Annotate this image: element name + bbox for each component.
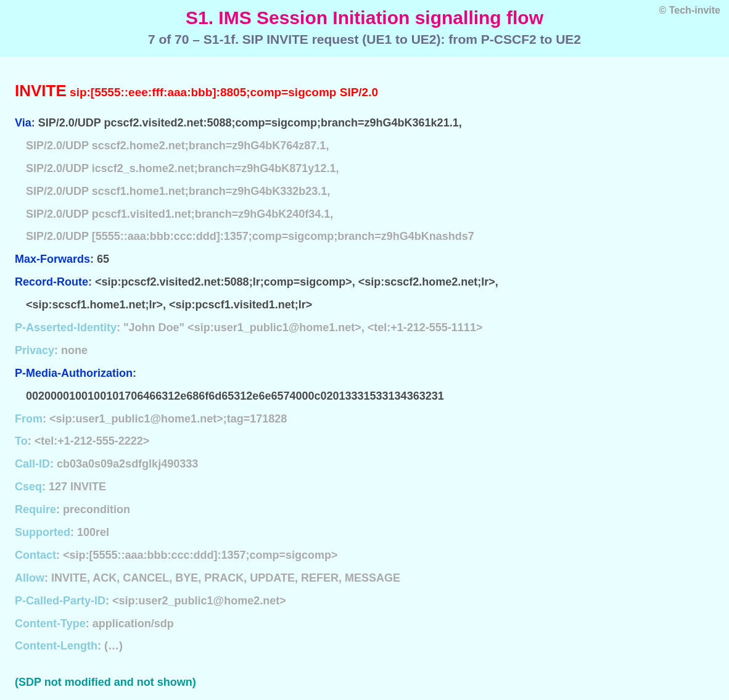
sip-header-line: Via: SIP/2.0/UDP pcscf2.visited2.net:508… bbox=[15, 112, 714, 134]
sip-header-name: Cseq bbox=[15, 480, 42, 493]
sip-header-value: <sip:user2_public1@home2.net> bbox=[112, 595, 286, 607]
sip-header-name: Call-ID bbox=[15, 458, 50, 470]
sip-header-continuation: SIP/2.0/UDP scscf2.home2.net;branch=z9hG… bbox=[15, 134, 714, 157]
sip-header-name: Require bbox=[15, 503, 56, 516]
sip-header-continuation: <sip:scscf1.home1.net;lr>, <sip:pcscf1.v… bbox=[15, 294, 714, 316]
sip-header-cont-value: SIP/2.0/UDP [5555::aaa:bbb:ccc:ddd]:1357… bbox=[26, 230, 474, 242]
page-subtitle: 7 of 70 – S1-1f. SIP INVITE request (UE1… bbox=[12, 32, 717, 47]
sip-header-line: Content-Type: application/sdp bbox=[15, 612, 714, 635]
sip-header-name: P-Called-Party-ID bbox=[15, 595, 105, 607]
sip-header-line: Call-ID: cb03a0s09a2sdfglkj490333 bbox=[15, 453, 714, 476]
sip-header-value: "John Doe" <sip:user1_public1@home1.net>… bbox=[123, 321, 482, 334]
sip-header-cont-value: 0020000100100101706466312e686f6d65312e6e… bbox=[26, 390, 444, 402]
sip-header-name: Content-Type bbox=[15, 617, 86, 630]
sip-header-value: 127 INVITE bbox=[49, 480, 106, 493]
sip-header-line: Max-Forwards: 65 bbox=[15, 248, 714, 271]
sip-header-name: Supported bbox=[15, 526, 70, 538]
sip-header-value: 100rel bbox=[77, 526, 109, 538]
sip-header-value: <sip:[5555::aaa:bbb:ccc:ddd]:1357;comp=s… bbox=[63, 549, 338, 561]
sip-header-name: Content-Length bbox=[15, 640, 97, 652]
sip-header-line: Privacy: none bbox=[15, 339, 714, 362]
sip-header-value: (…) bbox=[104, 640, 123, 652]
sip-header-cont-value: SIP/2.0/UDP scscf1.home1.net;branch=z9hG… bbox=[26, 185, 330, 197]
sip-header-line: Record-Route: <sip:pcscf2.visited2.net:5… bbox=[15, 271, 714, 294]
sip-request-line: INVITE sip:[5555::eee:fff:aaa:bbb]:8805;… bbox=[15, 81, 714, 101]
sip-request-uri: sip:[5555::eee:fff:aaa:bbb]:8805;comp=si… bbox=[67, 86, 378, 99]
sip-header-line: Supported: 100rel bbox=[15, 521, 714, 544]
sip-header-line: Contact: <sip:[5555::aaa:bbb:ccc:ddd]:13… bbox=[15, 544, 714, 567]
sip-header-name: P-Media-Authorization bbox=[15, 367, 133, 379]
sip-header-line: Cseq: 127 INVITE bbox=[15, 476, 714, 498]
sip-header-line: P-Called-Party-ID: <sip:user2_public1@ho… bbox=[15, 590, 714, 612]
sip-header-name: Max-Forwards bbox=[15, 253, 90, 265]
sip-method: INVITE bbox=[15, 81, 67, 100]
sip-header-line: Content-Length: (…) bbox=[15, 635, 714, 657]
sip-header-value: 65 bbox=[97, 253, 109, 265]
sip-header-name: To bbox=[15, 435, 28, 447]
sip-header-line: To: <tel:+1-212-555-2222> bbox=[15, 430, 714, 453]
sip-header-line: From: <sip:user1_public1@home1.net>;tag=… bbox=[15, 408, 714, 430]
sip-header-line: P-Media-Authorization: bbox=[15, 362, 714, 385]
sip-header-line: P-Asserted-Identity: "John Doe" <sip:use… bbox=[15, 316, 714, 339]
sip-header-name: Allow bbox=[15, 572, 44, 584]
sip-header-value: none bbox=[61, 344, 88, 356]
sip-header-value: <tel:+1-212-555-2222> bbox=[35, 435, 150, 447]
sip-header-continuation: 0020000100100101706466312e686f6d65312e6e… bbox=[15, 385, 714, 408]
sip-header-line: Require: precondition bbox=[15, 498, 714, 521]
sip-header-value: precondition bbox=[63, 503, 130, 516]
sip-header-name: Via bbox=[15, 117, 31, 129]
sip-header-value: INVITE, ACK, CANCEL, BYE, PRACK, UPDATE,… bbox=[51, 572, 400, 584]
sip-header-value: application/sdp bbox=[93, 617, 174, 630]
page-title: S1. IMS Session Initiation signalling fl… bbox=[12, 7, 717, 28]
header-banner: © Tech-invite S1. IMS Session Initiation… bbox=[0, 0, 729, 57]
sip-header-continuation: SIP/2.0/UDP pcscf1.visited1.net;branch=z… bbox=[15, 203, 714, 226]
sip-header-name: P-Asserted-Identity bbox=[15, 321, 117, 334]
sip-header-continuation: SIP/2.0/UDP [5555::aaa:bbb:ccc:ddd]:1357… bbox=[15, 225, 714, 248]
sip-header-value: cb03a0s09a2sdfglkj490333 bbox=[57, 458, 198, 470]
sip-message-body: INVITE sip:[5555::eee:fff:aaa:bbb]:8805;… bbox=[0, 57, 729, 700]
sip-header-cont-value: <sip:scscf1.home1.net;lr>, <sip:pcscf1.v… bbox=[26, 299, 312, 311]
copyright-label: © Tech-invite bbox=[659, 5, 720, 16]
sip-header-value: <sip:user1_public1@home1.net>;tag=171828 bbox=[49, 413, 287, 425]
sip-header-line: Allow: INVITE, ACK, CANCEL, BYE, PRACK, … bbox=[15, 567, 714, 590]
sip-header-name: Contact bbox=[15, 549, 56, 561]
sip-header-cont-value: SIP/2.0/UDP icscf2_s.home2.net;branch=z9… bbox=[26, 162, 339, 175]
sip-header-continuation: SIP/2.0/UDP scscf1.home1.net;branch=z9hG… bbox=[15, 180, 714, 203]
sip-header-continuation: SIP/2.0/UDP icscf2_s.home2.net;branch=z9… bbox=[15, 157, 714, 180]
sip-header-name: Record-Route bbox=[15, 276, 88, 288]
sip-header-name: Privacy bbox=[15, 344, 54, 356]
sip-header-name: From bbox=[15, 413, 43, 425]
sip-header-value: <sip:pcscf2.visited2.net:5088;lr;comp=si… bbox=[95, 276, 498, 288]
sip-header-value: SIP/2.0/UDP pcscf2.visited2.net:5088;com… bbox=[38, 117, 462, 129]
sdp-note: (SDP not modified and not shown) bbox=[15, 676, 714, 689]
sip-header-cont-value: SIP/2.0/UDP pcscf1.visited1.net;branch=z… bbox=[26, 208, 333, 220]
sip-header-cont-value: SIP/2.0/UDP scscf2.home2.net;branch=z9hG… bbox=[26, 139, 329, 152]
